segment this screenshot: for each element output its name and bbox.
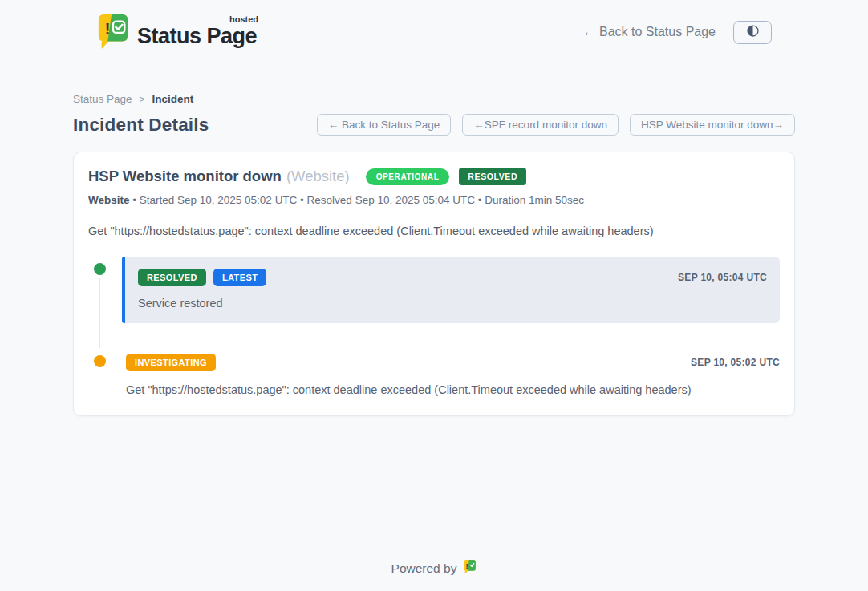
incident-meta-component: Website — [88, 194, 130, 206]
timeline-message: Service restored — [138, 297, 767, 310]
header: ! Status Page hosted ← Back to Status Pa… — [73, 0, 795, 51]
contrast-icon — [745, 23, 761, 42]
brand-superscript: hosted — [229, 14, 258, 24]
svg-text:!: ! — [466, 562, 468, 570]
next-incident-button[interactable]: HSP Website monitor down→ — [630, 114, 795, 136]
investigating-badge: INVESTIGATING — [126, 354, 216, 371]
incident-component-name: (Website) — [286, 168, 350, 185]
powered-by-label: Powered by — [391, 561, 457, 576]
timeline-entry-investigating: INVESTIGATING SEP 10, 05:02 UTC Get "htt… — [88, 354, 780, 396]
timeline-dot-orange — [94, 355, 106, 367]
timeline-timestamp: SEP 10, 05:02 UTC — [691, 357, 780, 368]
statuspage-logo-icon: ! — [96, 13, 130, 51]
footer: Powered by ! © 2025-10-08 14:10:34.77208… — [73, 559, 795, 591]
resolved-status-badge: RESOLVED — [459, 168, 526, 185]
page-title: Incident Details — [73, 115, 209, 136]
incident-meta-times: • Started Sep 10, 2025 05:02 UTC • Resol… — [130, 194, 585, 206]
latest-badge: LATEST — [213, 269, 266, 286]
incident-title: HSP Website monitor down — [88, 168, 282, 185]
theme-toggle-button[interactable] — [733, 21, 772, 44]
timeline-timestamp: SEP 10, 05:04 UTC — [678, 272, 767, 283]
statuspage-logo[interactable]: ! Status Page hosted — [96, 13, 257, 51]
incident-card: HSP Website monitor down (Website) OPERA… — [73, 152, 795, 416]
timeline-dot-green — [94, 263, 106, 275]
header-back-link[interactable]: ← Back to Status Page — [583, 25, 716, 39]
powered-by: Powered by ! — [391, 559, 477, 578]
incident-meta: Website • Started Sep 10, 2025 05:02 UTC… — [88, 194, 780, 206]
timeline-entry-highlight-box: RESOLVED LATEST SEP 10, 05:04 UTC Servic… — [122, 257, 780, 323]
statuspage-footer-logo-icon: ! — [463, 559, 477, 578]
incident-nav-buttons: ← Back to Status Page ←SPF record monito… — [317, 114, 795, 136]
operational-status-badge: OPERATIONAL — [366, 168, 450, 185]
brand-name: Status Page — [137, 24, 257, 48]
incident-timeline: RESOLVED LATEST SEP 10, 05:04 UTC Servic… — [88, 257, 780, 396]
incident-description: Get "https://hostedstatus.page": context… — [88, 225, 780, 237]
timeline-entry-resolved: RESOLVED LATEST SEP 10, 05:04 UTC Servic… — [88, 257, 780, 323]
breadcrumb-status-page[interactable]: Status Page — [73, 93, 132, 105]
prev-incident-button[interactable]: ←SPF record monitor down — [462, 114, 619, 136]
back-to-status-page-button[interactable]: ← Back to Status Page — [317, 114, 452, 136]
breadcrumb: Status Page > Incident — [73, 93, 795, 105]
timeline-message: Get "https://hostedstatus.page": context… — [126, 383, 780, 396]
resolved-badge: RESOLVED — [138, 269, 206, 286]
breadcrumb-incident: Incident — [152, 93, 194, 105]
breadcrumb-separator: > — [140, 94, 145, 105]
svg-text:!: ! — [105, 19, 111, 38]
